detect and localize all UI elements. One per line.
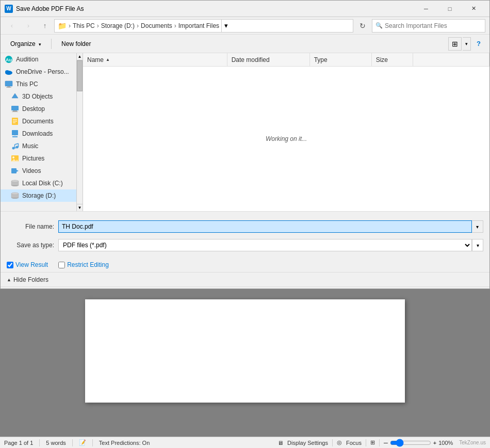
status-sep3 (92, 439, 93, 446)
view-dropdown-button[interactable]: ▾ (463, 37, 471, 51)
scrollbar-down[interactable]: ▼ (77, 204, 83, 211)
nav-item-localc-label: Local Disk (C:) (22, 180, 63, 187)
3dobjects-icon (11, 92, 19, 101)
svg-rect-4 (5, 81, 12, 86)
svg-point-3 (5, 70, 9, 73)
scrollbar-up[interactable]: ▲ (77, 53, 83, 60)
savetype-label: Save as type: (7, 242, 58, 249)
nav-item-documents[interactable]: Documents (1, 115, 83, 127)
app-icon: W (5, 5, 13, 13)
status-sep4 (332, 439, 333, 446)
nav-item-videos[interactable]: Videos (1, 165, 83, 177)
nav-item-onedrive[interactable]: OneDrive - Perso... (1, 66, 83, 78)
view-result-checkbox[interactable] (7, 262, 13, 268)
minimize-button[interactable]: ─ (414, 1, 438, 17)
music-icon (11, 142, 19, 150)
pictures-icon (11, 154, 19, 163)
refresh-button[interactable]: ↻ (355, 19, 370, 33)
focus-icon: ◎ (337, 439, 342, 446)
thispc-icon (5, 80, 13, 88)
status-sep2 (72, 439, 73, 446)
savetype-row: Save as type: PDF files (*.pdf) ▾ (7, 237, 483, 253)
close-button[interactable]: ✕ (462, 1, 485, 17)
window-controls: ─ □ ✕ (414, 1, 485, 17)
organize-button[interactable]: Organize ▾ (5, 37, 47, 51)
nav-item-music[interactable]: Music (1, 140, 83, 152)
nav-item-localc[interactable]: Local Disk (C:) (1, 177, 83, 189)
zoom-slider[interactable] (390, 439, 431, 447)
svg-point-31 (11, 180, 19, 182)
organize-dropdown-icon: ▾ (39, 42, 41, 47)
onedrive-icon (5, 68, 13, 76)
focus-label[interactable]: Focus (346, 440, 362, 446)
breadcrumb-sep4: › (174, 22, 176, 29)
file-panel: Name ▲ Date modified Type Size Working o… (83, 53, 489, 211)
breadcrumb-sep3: › (137, 22, 139, 29)
scrollbar-thumb[interactable] (77, 60, 83, 91)
svg-rect-5 (7, 86, 10, 87)
svg-rect-14 (13, 122, 15, 123)
breadcrumb-documents[interactable]: Documents (141, 22, 172, 29)
nav-item-storaged-label: Storage (D:) (22, 192, 56, 199)
filename-input[interactable] (58, 220, 472, 233)
action-bar-separator (51, 39, 52, 49)
maximize-button[interactable]: □ (438, 1, 462, 17)
zoom-out-button[interactable]: ─ (384, 440, 388, 446)
svg-rect-12 (13, 119, 17, 120)
nav-item-3dobjects-label: 3D Objects (22, 93, 53, 100)
nav-item-desktop-label: Desktop (22, 105, 45, 113)
svg-rect-17 (12, 136, 18, 137)
svg-rect-6 (6, 87, 11, 88)
restrict-editing-checkbox[interactable] (58, 262, 65, 268)
nav-item-onedrive-label: OneDrive - Perso... (16, 68, 69, 75)
help-button[interactable]: ? (472, 37, 485, 51)
sort-arrow-icon: ▲ (106, 57, 110, 62)
nav-item-downloads[interactable]: Downloads (1, 127, 83, 140)
view-result-checkbox-label[interactable]: View Result (7, 261, 48, 268)
action-bar: Organize ▾ New folder ⊞ ▾ ? (1, 35, 489, 53)
breadcrumb-storage[interactable]: Storage (D:) (101, 22, 135, 29)
zoom-in-button[interactable]: + (433, 440, 436, 446)
hide-folders-row[interactable]: ▲ Hide Folders (1, 272, 489, 286)
filename-row: File name: ▾ (7, 218, 483, 235)
search-icon: 🔍 (375, 22, 383, 29)
breadcrumb: 📁 › This PC › Storage (D:) › Documents ›… (54, 19, 353, 33)
column-header-type[interactable]: Type (310, 53, 372, 66)
column-header-name[interactable]: Name ▲ (83, 53, 227, 66)
restrict-editing-checkbox-label[interactable]: Restrict Editing (58, 261, 109, 268)
collapse-arrow-icon: ▲ (7, 277, 11, 282)
nav-item-audition[interactable]: Au Audition (1, 53, 83, 66)
breadcrumb-important-files[interactable]: Important Files (178, 22, 219, 29)
status-sep5 (366, 439, 366, 446)
back-button[interactable]: ‹ (5, 19, 19, 33)
nav-item-storaged[interactable]: Storage (D:) (1, 189, 83, 202)
savetype-select[interactable]: PDF files (*.pdf) (58, 239, 472, 251)
breadcrumb-dropdown-button[interactable]: ▾ (221, 19, 231, 33)
main-content: Au Audition OneDrive - Perso... This PC (1, 53, 489, 211)
nav-item-3dobjects[interactable]: 3D Objects (1, 90, 83, 103)
status-sep1 (39, 439, 40, 446)
nav-item-pictures[interactable]: Pictures (1, 152, 83, 165)
new-folder-button[interactable]: New folder (56, 37, 96, 51)
nav-item-audition-label: Audition (16, 56, 38, 63)
nav-item-thispc[interactable]: This PC (1, 78, 83, 90)
file-list-header: Name ▲ Date modified Type Size (83, 53, 489, 67)
column-header-size[interactable]: Size (372, 53, 413, 66)
search-input[interactable] (385, 22, 482, 29)
view-icon-button[interactable]: ⊞ (448, 37, 462, 51)
svg-marker-28 (17, 170, 19, 172)
desktop-icon (11, 105, 19, 113)
restrict-editing-label: Restrict Editing (67, 261, 109, 268)
nav-item-thispc-label: This PC (16, 81, 38, 88)
svg-rect-13 (13, 121, 17, 122)
status-left: Page 1 of 1 5 words 📝 Text Predictions: … (0, 439, 154, 446)
savetype-dropdown-button[interactable]: ▾ (472, 239, 483, 251)
nav-item-desktop[interactable]: Desktop (1, 103, 83, 115)
display-settings-label[interactable]: Display Settings (287, 440, 328, 446)
forward-button[interactable]: › (21, 19, 36, 33)
breadcrumb-this-pc[interactable]: This PC (73, 22, 95, 29)
filename-dropdown-button[interactable]: ▾ (472, 220, 483, 233)
up-button[interactable]: ↑ (38, 19, 52, 33)
column-header-date[interactable]: Date modified (227, 53, 310, 66)
view-result-label: View Result (15, 261, 48, 268)
